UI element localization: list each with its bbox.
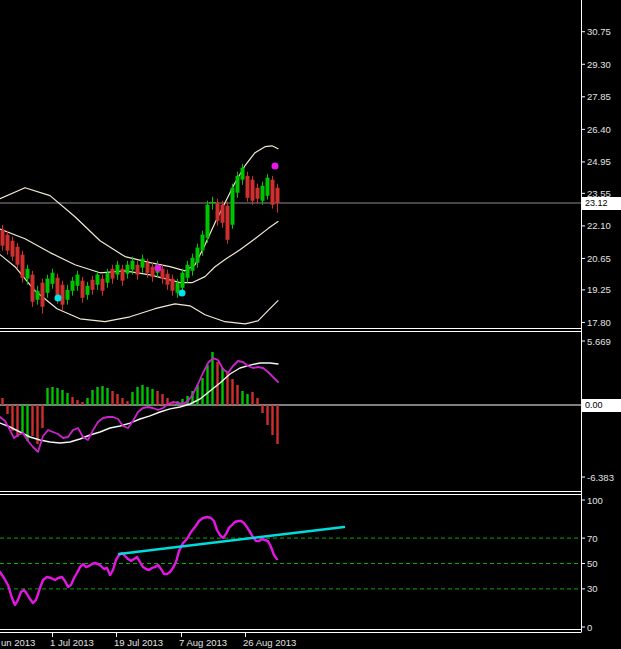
date-axis-label: 7 Aug 2013: [179, 637, 227, 648]
candle-body: [46, 279, 50, 293]
candle-body: [16, 247, 20, 265]
chart-background: [0, 0, 621, 649]
candle-body: [171, 279, 175, 291]
candle-body: [181, 273, 185, 288]
candle-body: [146, 263, 150, 273]
price-axis-label: 22.10: [587, 220, 611, 231]
candle-body: [246, 176, 250, 198]
candle-body: [61, 285, 65, 305]
macd-axis-label: -6.383: [587, 472, 614, 483]
price-axis-label: 24.95: [587, 156, 611, 167]
date-axis-label: 26 Aug 2013: [243, 637, 296, 648]
candle-body: [71, 281, 75, 291]
current-price-badge: 23.12: [582, 197, 621, 210]
date-axis-label: 1 Jul 2013: [50, 637, 94, 648]
oscillator-axis-label: 70: [587, 533, 598, 544]
price-axis-label: 19.25: [587, 284, 611, 295]
candle-body: [271, 180, 275, 205]
candle-body: [31, 275, 35, 302]
price-axis-label: 20.65: [587, 253, 611, 264]
candle-body: [141, 259, 145, 268]
magenta-signal-dot: [155, 265, 162, 272]
candle-body: [266, 178, 270, 196]
candle-body: [51, 273, 55, 284]
oscillator-axis-label: 30: [587, 583, 598, 594]
candle-body: [231, 188, 235, 225]
price-axis-label: 29.30: [587, 59, 611, 70]
price-axis-label: 27.85: [587, 91, 611, 102]
candle-body: [186, 265, 190, 278]
candle-body: [36, 291, 40, 300]
date-axis-label: 19 Jul 2013: [114, 637, 163, 648]
price-axis-label: 17.80: [587, 317, 611, 328]
candle-body: [221, 205, 225, 223]
candle-body: [81, 281, 85, 298]
cyan-signal-dot: [55, 294, 62, 301]
candle-body: [251, 180, 255, 201]
candle-body: [116, 265, 120, 275]
candle-body: [256, 188, 260, 199]
macd-axis-label: 5.669: [587, 336, 611, 347]
candle-body: [126, 265, 130, 274]
candle-body: [121, 269, 125, 281]
candle-body: [111, 269, 115, 279]
candle-body: [86, 286, 90, 295]
candle-body: [276, 188, 280, 203]
candle-body: [66, 290, 70, 300]
candle-body: [136, 265, 140, 275]
candle-body: [196, 248, 200, 263]
candle-body: [131, 261, 135, 270]
candle-body: [26, 269, 30, 279]
candle-body: [261, 186, 265, 201]
price-axis-label: 30.75: [587, 26, 611, 37]
chart-canvas[interactable]: 30.7529.3027.8526.4024.9523.5522.1020.65…: [0, 0, 621, 649]
candle-body: [161, 269, 165, 279]
candle-body: [56, 278, 60, 296]
magenta-signal-dot: [272, 162, 279, 169]
oscillator-axis-label: 100: [587, 495, 603, 506]
oscillator-axis-label: 0: [587, 622, 592, 633]
candle-body: [166, 274, 170, 285]
candle-body: [236, 176, 240, 193]
candle-body: [6, 235, 10, 251]
candle-body: [11, 241, 15, 257]
candle-body: [21, 255, 25, 278]
candle-body: [206, 205, 210, 238]
candle-body: [151, 267, 155, 277]
candle-body: [216, 203, 220, 221]
candle-body: [226, 206, 230, 240]
date-axis-label: un 2013: [1, 637, 35, 648]
candle-body: [96, 275, 100, 285]
candle-body: [106, 273, 110, 283]
candle-body: [1, 230, 5, 246]
macd-value-badge: 0.00: [582, 399, 621, 412]
candle-body: [201, 235, 205, 251]
candle-body: [41, 283, 45, 307]
candle-body: [76, 275, 80, 286]
candle-body: [91, 280, 95, 290]
candle-body: [241, 168, 245, 180]
oscillator-axis-label: 50: [587, 558, 598, 569]
cyan-signal-dot: [179, 290, 186, 297]
candle-body: [176, 283, 180, 293]
price-axis-label: 26.40: [587, 124, 611, 135]
candle-body: [101, 279, 105, 291]
candle-body: [191, 258, 195, 271]
trading-chart-window: 30.7529.3027.8526.4024.9523.5522.1020.65…: [0, 0, 621, 649]
